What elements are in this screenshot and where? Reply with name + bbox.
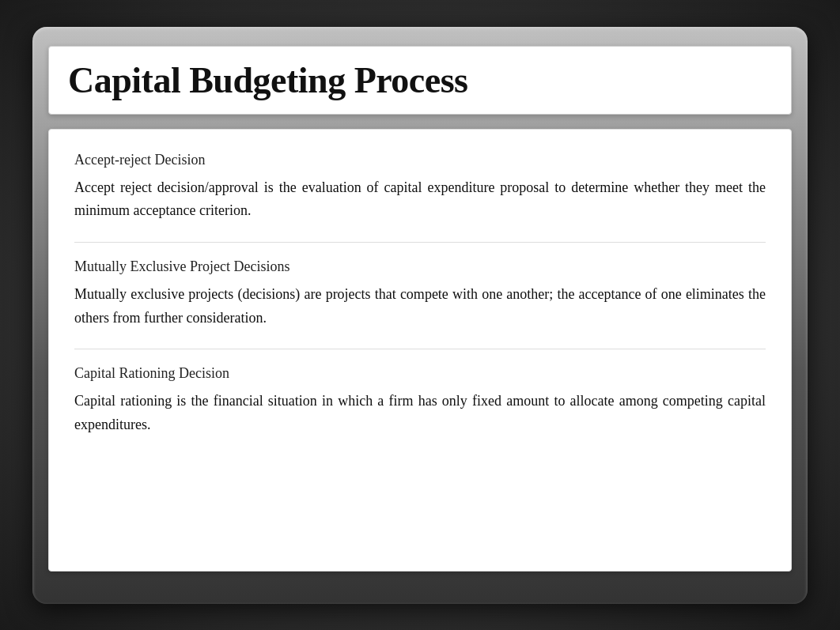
section-body-mutually-exclusive: Mutually exclusive projects (decisions) … bbox=[74, 283, 766, 330]
content-area: Accept-reject Decision Accept reject dec… bbox=[48, 129, 792, 572]
page-title: Capital Budgeting Process bbox=[68, 60, 467, 100]
section-accept-reject: Accept-reject Decision Accept reject dec… bbox=[74, 152, 766, 223]
outer-frame: Capital Budgeting Process Accept-reject … bbox=[32, 27, 808, 604]
title-bar: Capital Budgeting Process bbox=[48, 46, 792, 115]
section-body-accept-reject: Accept reject decision/approval is the e… bbox=[74, 176, 766, 223]
divider-2 bbox=[74, 349, 766, 349]
section-mutually-exclusive: Mutually Exclusive Project Decisions Mut… bbox=[74, 258, 766, 330]
section-capital-rationing: Capital Rationing Decision Capital ratio… bbox=[74, 365, 766, 436]
section-heading-accept-reject: Accept-reject Decision bbox=[74, 152, 766, 168]
section-heading-mutually-exclusive: Mutually Exclusive Project Decisions bbox=[74, 258, 766, 275]
section-heading-capital-rationing: Capital Rationing Decision bbox=[74, 365, 766, 382]
section-body-capital-rationing: Capital rationing is the financial situa… bbox=[74, 390, 766, 436]
divider-1 bbox=[74, 242, 766, 243]
